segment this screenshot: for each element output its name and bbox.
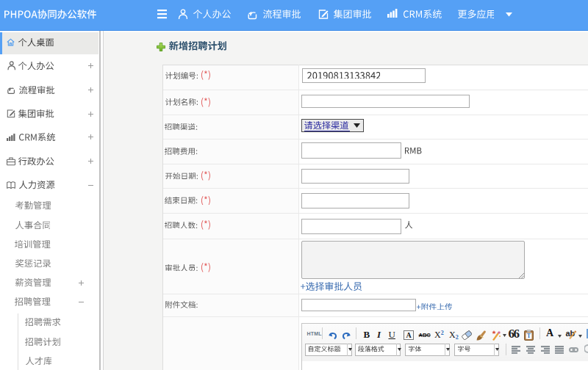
svg-text:T: T — [526, 333, 531, 339]
